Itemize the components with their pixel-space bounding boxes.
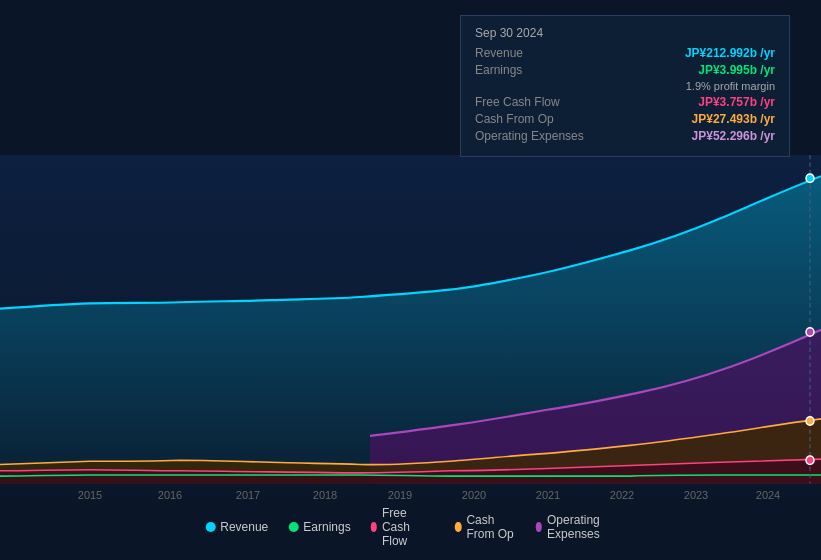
svg-point-7 [806, 417, 814, 425]
legend-revenue[interactable]: Revenue [205, 520, 268, 534]
svg-point-8 [806, 456, 814, 464]
legend-dot-earnings [288, 522, 298, 532]
legend-dot-fcf [371, 522, 377, 532]
chart-container: Sep 30 2024 Revenue JP¥212.992b /yr Earn… [0, 0, 821, 560]
chart-svg [0, 155, 821, 510]
x-label-2017: 2017 [236, 489, 260, 501]
legend-label-earnings: Earnings [303, 520, 350, 534]
legend-opex[interactable]: Operating Expenses [536, 513, 616, 541]
legend-label-revenue: Revenue [220, 520, 268, 534]
legend-dot-opex [536, 522, 542, 532]
tooltip-box: Sep 30 2024 Revenue JP¥212.992b /yr Earn… [460, 15, 790, 157]
chart-legend: Revenue Earnings Free Cash Flow Cash Fro… [205, 506, 616, 548]
x-label-2020: 2020 [462, 489, 486, 501]
legend-dot-cashfromop [455, 522, 461, 532]
x-label-2021: 2021 [536, 489, 560, 501]
tooltip-date: Sep 30 2024 [475, 26, 775, 40]
legend-label-opex: Operating Expenses [547, 513, 616, 541]
svg-point-5 [806, 174, 814, 182]
legend-label-fcf: Free Cash Flow [382, 506, 435, 548]
x-label-2015: 2015 [78, 489, 102, 501]
svg-point-6 [806, 328, 814, 336]
legend-fcf[interactable]: Free Cash Flow [371, 506, 435, 548]
tooltip-fcf: Free Cash Flow JP¥3.757b /yr [475, 95, 775, 109]
profit-margin: 1.9% profit margin [475, 80, 775, 92]
chart-area [0, 155, 821, 510]
tooltip-revenue: Revenue JP¥212.992b /yr [475, 46, 775, 60]
x-label-2024: 2024 [756, 489, 780, 501]
legend-cashfromop[interactable]: Cash From Op [455, 513, 516, 541]
tooltip-cashfromop: Cash From Op JP¥27.493b /yr [475, 112, 775, 126]
x-label-2022: 2022 [610, 489, 634, 501]
tooltip-opex: Operating Expenses JP¥52.296b /yr [475, 129, 775, 143]
x-label-2019: 2019 [388, 489, 412, 501]
legend-dot-revenue [205, 522, 215, 532]
tooltip-earnings: Earnings JP¥3.995b /yr [475, 63, 775, 77]
legend-label-cashfromop: Cash From Op [466, 513, 515, 541]
x-label-2023: 2023 [684, 489, 708, 501]
x-label-2016: 2016 [158, 489, 182, 501]
legend-earnings[interactable]: Earnings [288, 520, 350, 534]
x-label-2018: 2018 [313, 489, 337, 501]
